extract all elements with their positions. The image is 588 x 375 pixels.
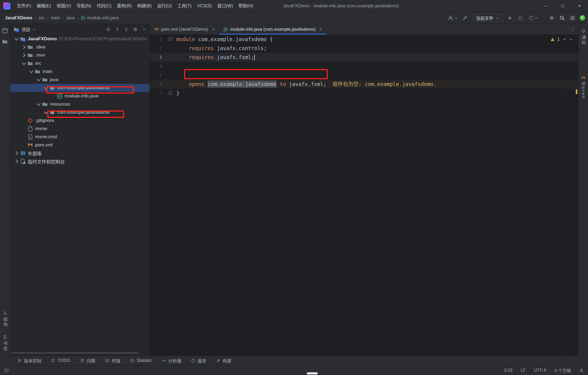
tree-row[interactable]: 外部库 xyxy=(10,149,150,157)
locate-file-icon[interactable] xyxy=(106,27,111,32)
menu-item[interactable]: 重构(R) xyxy=(114,0,134,12)
menu-item[interactable]: 编辑(E) xyxy=(34,0,54,12)
tree-row[interactable]: pom.xml xyxy=(10,141,150,149)
menu-item[interactable]: 视图(V) xyxy=(54,0,74,12)
breadcrumb-item[interactable]: src xyxy=(39,16,44,20)
inspection-widget[interactable]: 1 xyxy=(550,37,573,42)
project-tool-window-icon[interactable] xyxy=(2,28,8,34)
tool-window-button-branch[interactable]: 版本控制 xyxy=(17,357,41,364)
menu-item[interactable]: 运行(U) xyxy=(154,0,174,12)
tool-window-button-maven[interactable]: Maven xyxy=(578,76,588,99)
breadcrumb-item[interactable]: module-info.java xyxy=(81,16,119,20)
menu-item[interactable]: 工具(T) xyxy=(174,0,194,12)
tree-row[interactable]: java xyxy=(10,76,150,84)
code-editor[interactable]: 1module com.example.javafxdemo {2 requir… xyxy=(150,35,578,355)
chevron-down-icon[interactable] xyxy=(21,60,27,67)
expand-all-icon[interactable] xyxy=(115,27,120,32)
chevron-down-icon[interactable] xyxy=(43,85,49,91)
chevron-down-icon[interactable] xyxy=(35,101,42,107)
tool-window-button-hexagon[interactable]: 服务 xyxy=(191,357,206,364)
tree-row[interactable]: JavaFXDemoD:\IDEAProjects\JCNCProjects\J… xyxy=(10,35,150,43)
tool-window-button-bookmark[interactable]: 书签 xyxy=(2,335,8,352)
project-panel-title[interactable]: 项目 xyxy=(22,26,30,33)
code-line[interactable]: 4 xyxy=(150,62,578,71)
run-icon[interactable] xyxy=(507,15,513,21)
run-configuration-selector[interactable]: 当前文件 xyxy=(472,14,503,22)
menu-item[interactable]: 文件(F) xyxy=(14,0,34,12)
tree-row[interactable]: main xyxy=(10,67,150,76)
tree-row[interactable]: .gitignore xyxy=(10,116,150,125)
chevron-right-icon[interactable] xyxy=(21,44,27,50)
menu-item[interactable]: 帮助(H) xyxy=(236,0,256,12)
debug-icon[interactable] xyxy=(517,15,523,21)
tool-window-layout-icon[interactable] xyxy=(4,368,9,373)
commit-tool-window-icon[interactable] xyxy=(2,39,8,45)
collapse-all-icon[interactable] xyxy=(124,27,128,32)
horizontal-scrollbar[interactable] xyxy=(11,352,139,354)
status-item[interactable]: 4 个空格 xyxy=(555,367,571,374)
settings-gear-icon[interactable] xyxy=(569,15,575,21)
plugin-status-icon[interactable] xyxy=(580,15,585,21)
scrollbar-warning-stripe[interactable] xyxy=(576,89,577,94)
fold-marker-icon[interactable] xyxy=(168,91,173,96)
menu-item[interactable]: 窗口(W) xyxy=(215,0,236,12)
menu-item[interactable]: VCS(S) xyxy=(194,0,215,12)
close-button[interactable]: × xyxy=(571,0,588,12)
chevron-down-icon[interactable] xyxy=(13,36,20,42)
tree-row[interactable]: mvnw xyxy=(10,125,150,133)
tool-window-button-gauge[interactable]: 分析器 xyxy=(162,357,181,364)
previous-problem-icon[interactable] xyxy=(562,37,566,42)
tab-close-icon[interactable]: × xyxy=(319,27,322,32)
build-project-icon[interactable] xyxy=(462,15,468,21)
tool-window-button-todo[interactable]: TODO xyxy=(51,358,70,363)
status-item[interactable]: UTF-8 xyxy=(534,368,546,373)
tool-window-button-clock[interactable]: Statistic xyxy=(130,358,152,363)
chevron-right-icon[interactable] xyxy=(13,150,20,156)
tool-window-button-problems[interactable]: 问题 xyxy=(80,357,95,364)
maximize-button[interactable]: □ xyxy=(554,0,571,12)
run-with-profiler-icon[interactable] xyxy=(528,15,538,21)
tab-close-icon[interactable]: × xyxy=(212,27,215,32)
menu-item[interactable]: 导航(N) xyxy=(74,0,94,12)
search-everywhere-icon[interactable] xyxy=(559,15,565,21)
next-problem-icon[interactable] xyxy=(569,37,573,42)
tree-row[interactable]: resources xyxy=(10,100,150,108)
status-item[interactable]: LF xyxy=(521,368,526,373)
chevron-right-icon[interactable] xyxy=(21,52,27,59)
user-account-icon[interactable] xyxy=(448,15,458,21)
minimize-button[interactable]: – xyxy=(537,0,554,12)
code-line[interactable]: 1module com.example.javafxdemo { xyxy=(150,35,578,44)
menu-item[interactable]: 代码(C) xyxy=(94,0,114,12)
tool-window-button-structure[interactable]: 结构 xyxy=(2,311,8,327)
breadcrumb-item[interactable]: JavaFXDemo xyxy=(5,16,32,20)
chevron-down-icon[interactable] xyxy=(28,68,35,75)
chevron-down-icon[interactable] xyxy=(35,76,42,83)
stop-icon[interactable] xyxy=(549,15,555,21)
chevron-right-icon[interactable] xyxy=(13,158,20,165)
breadcrumb-item[interactable]: main xyxy=(51,16,60,20)
tree-row[interactable]: .idea xyxy=(10,43,150,51)
editor-tab[interactable]: pom.xml (JavaFXDemo)× xyxy=(150,24,219,35)
tree-row[interactable]: com.example.javafxdemo xyxy=(10,84,150,92)
tree-row[interactable]: 临时文件和控制台 xyxy=(10,157,150,165)
tool-window-button-hammer[interactable]: 构建 xyxy=(216,357,231,364)
tree-row[interactable]: module-info.java xyxy=(10,92,150,100)
tree-row[interactable]: com.example.javafxdemo xyxy=(10,108,150,116)
status-item[interactable]: 3:26 xyxy=(504,368,513,373)
code-line[interactable]: 6 opens com.example.javafxdemo to javafx… xyxy=(150,80,578,89)
hide-panel-icon[interactable] xyxy=(142,27,146,32)
tree-row[interactable]: .mvn xyxy=(10,51,150,59)
code-line[interactable]: 2 requires javafx.controls; xyxy=(150,44,578,53)
code-line[interactable]: 5 xyxy=(150,71,578,80)
editor-tab[interactable]: module-info.java (com.example.javafxdemo… xyxy=(219,24,326,35)
tool-window-button-terminal[interactable]: 终端 xyxy=(105,357,120,364)
tree-row[interactable]: src xyxy=(10,59,150,67)
code-line[interactable]: 3 requires javafx.fxml; xyxy=(150,53,578,62)
panel-settings-gear-icon[interactable] xyxy=(133,27,137,32)
tab-options-icon[interactable] xyxy=(571,27,575,32)
fold-marker-icon[interactable] xyxy=(168,37,173,42)
tree-row[interactable]: mvnw.cmd xyxy=(10,133,150,141)
code-line[interactable]: 7} xyxy=(150,89,578,98)
chevron-down-icon[interactable] xyxy=(43,109,49,116)
menu-item[interactable]: 构建(B) xyxy=(134,0,154,12)
